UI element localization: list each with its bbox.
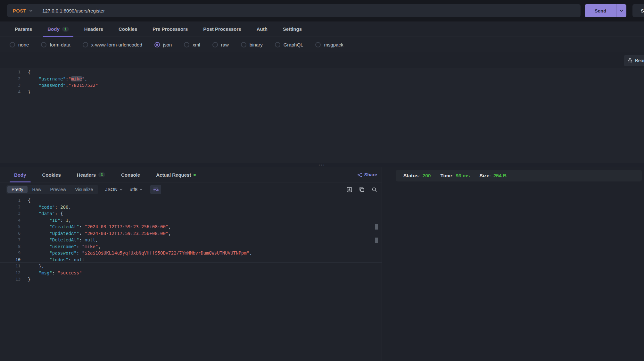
line-number: 7 [5,237,21,243]
code-line: 13} [0,276,382,283]
chevron-down-icon [139,189,143,190]
code-line: 11 }, [0,263,382,270]
code-line: 7 "DeletedAt": null, [0,237,382,243]
headers-count-badge: 3 [98,172,105,177]
download-icon [347,187,352,192]
radio-icon [315,42,321,47]
pane-splitter[interactable]: ··· [0,163,644,167]
search-icon [372,187,377,192]
body-type-binary[interactable]: binary [241,42,263,47]
response-size-value: 254 B [493,173,507,179]
response-actions [347,187,377,192]
body-type-raw[interactable]: raw [212,42,229,47]
code-line: 2 "username":"mike", [0,76,644,82]
body-type-none[interactable]: none [10,42,29,47]
send-button[interactable]: Send [585,4,626,17]
encoding-dropdown[interactable]: utf8 [130,187,143,192]
line-number: 3 [5,82,21,89]
response-tab-console[interactable]: Console [117,167,144,182]
search-button[interactable] [372,187,377,192]
beautify-label: Beautify [635,58,644,63]
chevron-down-icon [620,10,623,12]
share-button[interactable]: Share [357,172,377,177]
scrollbar-mark[interactable] [375,238,378,243]
body-type-msgpack[interactable]: msgpack [315,42,343,47]
response-toolbar: Pretty Raw Preview Visualize JSON utf8 [0,182,382,197]
share-icon [357,172,362,177]
body-type-graphql[interactable]: GraphQL [275,42,303,47]
scrollbar-mark[interactable] [375,224,378,230]
status-code: Status: 200 [403,173,431,179]
splitter-handle-icon: ··· [319,164,326,166]
url-input[interactable]: 127.0.0.1:8090/users/register [42,8,105,13]
response-body-editor[interactable]: 1{2 "code": 200,3 "data": {4 "ID": 1,5 "… [0,197,382,283]
url-bar: POST 127.0.0.1:8090/users/register [7,4,581,17]
line-number: 8 [5,243,21,250]
tab-pre-processors[interactable]: Pre Processors [148,21,192,37]
tab-headers[interactable]: Headers [80,21,108,37]
view-visualize[interactable]: Visualize [71,186,97,193]
tab-settings[interactable]: Settings [278,21,306,37]
beautify-brush-icon [628,58,632,63]
view-preview[interactable]: Preview [46,186,70,193]
copy-button[interactable] [359,187,365,192]
top-bar: POST 127.0.0.1:8090/users/register Send … [0,0,644,21]
radio-icon [184,42,189,47]
code-line: 8 "username": "mike", [0,243,382,250]
request-body-editor[interactable]: 1{2 "username":"mike",3 "password":"7821… [0,68,644,163]
tab-params[interactable]: Params [10,21,37,37]
chevron-down-icon [120,189,123,190]
view-pretty[interactable]: Pretty [7,186,28,193]
code-line: 4} [0,89,644,96]
response-tab-bar: Body Cookies Headers 3 Console Actual Re… [0,167,382,182]
code-line: 10 "todos": null [0,256,382,263]
word-wrap-toggle[interactable] [150,185,161,194]
view-raw[interactable]: Raw [28,186,45,193]
code-line: 4 "ID": 1, [0,217,382,224]
code-line: 1{ [0,69,644,76]
line-number: 2 [5,204,21,211]
line-number: 3 [5,210,21,217]
save-button[interactable]: Save [632,4,644,17]
body-type-xml[interactable]: xml [184,42,200,47]
response-tab-actual-request[interactable]: Actual Request [152,167,200,182]
response-time-value: 93 ms [456,173,470,179]
api-client-window: { "topbar": { "method": "POST", "url": "… [0,0,644,361]
actual-request-dot-icon [194,174,196,176]
body-type-form-data[interactable]: form-data [41,42,70,47]
line-number: 4 [5,89,21,96]
body-type-selector: none form-data x-www-form-urlencoded jso… [0,37,644,52]
beautify-button[interactable]: Beautify [624,55,644,66]
tab-body[interactable]: Body 1 [43,21,73,37]
word-wrap-icon [153,187,159,192]
line-number: 13 [5,276,21,283]
response-tab-cookies[interactable]: Cookies [38,167,65,182]
body-type-json[interactable]: json [154,42,172,47]
radio-selected-icon [154,42,160,47]
line-number: 6 [5,230,21,237]
radio-icon [275,42,280,47]
response-time: Time: 93 ms [440,173,470,179]
line-number: 9 [5,250,21,256]
tab-auth[interactable]: Auth [252,21,272,37]
response-tab-body[interactable]: Body [10,167,31,182]
tab-post-processors[interactable]: Post Processors [199,21,245,37]
line-number: 12 [5,270,21,276]
radio-icon [83,42,88,47]
view-mode-switch: Pretty Raw Preview Visualize [6,185,98,194]
send-options-button[interactable] [616,4,626,17]
code-line: 6 "UpdatedAt": "2024-03-12T17:59:23.256+… [0,230,382,237]
response-tab-headers[interactable]: Headers 3 [72,167,110,182]
download-button[interactable] [347,187,352,192]
tab-cookies[interactable]: Cookies [114,21,142,37]
status-bar: Status: 200 Time: 93 ms Size: 254 B [396,170,642,181]
line-number: 1 [5,197,21,204]
body-type-x-www-form-urlencoded[interactable]: x-www-form-urlencoded [83,42,142,47]
share-label: Share [364,172,377,177]
method-dropdown[interactable]: POST [7,8,38,13]
response-meta-panel: Status: 200 Time: 93 ms Size: 254 B [382,167,644,361]
send-button-label: Send [585,4,616,17]
code-line: 1{ [0,197,382,204]
format-dropdown[interactable]: JSON [105,187,123,192]
status-code-value: 200 [423,173,431,179]
